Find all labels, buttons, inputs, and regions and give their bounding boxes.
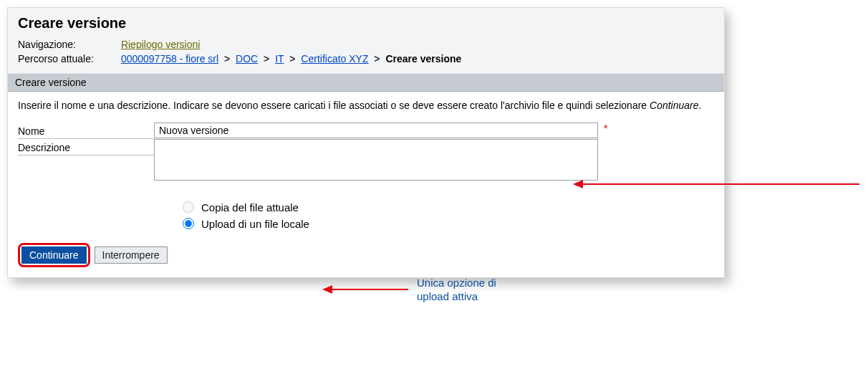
crumb-it[interactable]: IT [275,53,284,64]
description-textarea[interactable] [154,139,598,181]
form-row-description: Descrizione [18,139,714,183]
page-title: Creare versione [18,15,714,32]
navigation-label: Navigazione: [18,39,118,50]
annotation-arrow-upload-option [322,282,408,297]
breadcrumb-label: Percorso attuale: [18,53,118,64]
intro-text-a: Inserire il nome e una descrizione. Indi… [18,100,650,111]
option-copy-current[interactable]: Copia del file attuale [183,201,714,214]
crumb-separator: > [371,53,382,64]
name-input[interactable] [154,123,598,138]
name-label: Nome [18,123,154,139]
crumb-current: Creare versione [385,53,461,64]
crumb-separator: > [221,53,233,64]
option-upload-label: Upload di un file locale [201,218,309,230]
option-upload-local[interactable]: Upload di un file locale [183,218,714,230]
continue-highlight: Continuare [18,243,90,267]
breadcrumb: Percorso attuale: 0000097758 - fiore srl… [18,53,714,64]
dialog-panel: Creare versione Navigazione: Riepilogo v… [7,7,725,278]
intro-text-b: Continuare [650,100,699,111]
description-label: Descrizione [18,139,154,155]
intro-text: Inserire il nome e una descrizione. Indi… [18,99,714,112]
form-row-name: Nome * [18,123,714,139]
crumb-separator: > [261,53,272,64]
section-body: Inserire il nome e una descrizione. Indi… [8,92,724,277]
crumb-separator: > [286,53,298,64]
radio-upload-local[interactable] [183,218,194,229]
nav-link-riepilogo[interactable]: Riepilogo versioni [121,39,201,50]
intro-text-c: . [699,100,702,111]
dialog-header: Creare versione Navigazione: Riepilogo v… [8,8,724,73]
continue-button[interactable]: Continuare [21,246,87,264]
option-copy-label: Copia del file attuale [201,201,299,214]
file-source-options: Copia del file attuale Upload di un file… [183,201,714,230]
crumb-doc[interactable]: DOC [236,53,258,64]
section-title-bar: Creare versione [8,73,724,92]
svg-marker-3 [322,285,332,294]
required-indicator: * [601,123,607,134]
cancel-button[interactable]: Interrompere [95,246,168,264]
crumb-supplier[interactable]: 0000097758 - fiore srl [121,53,218,64]
radio-copy-current [183,201,194,213]
annotation-text-upload: Unica opzione diupload attiva [417,277,496,304]
button-row: Continuare Interrompere [18,243,714,267]
navigation-row: Navigazione: Riepilogo versioni [18,39,714,50]
crumb-certificato[interactable]: Certificato XYZ [301,53,368,64]
